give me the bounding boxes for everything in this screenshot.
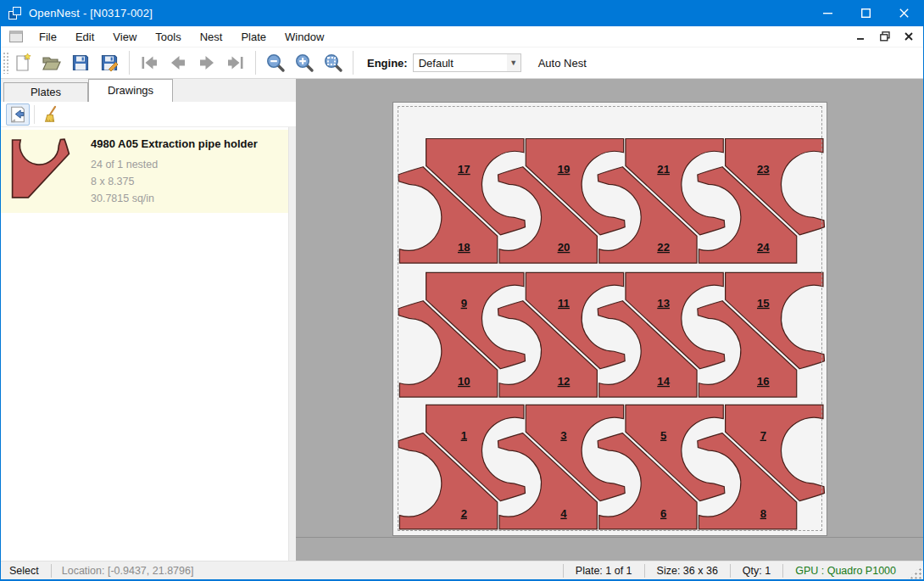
- part-number-label: 11: [558, 297, 570, 310]
- main-toolbar: Engine: Default ▼ Auto Nest: [1, 47, 923, 79]
- import-drawing-icon: [8, 105, 27, 124]
- zoom-out-button[interactable]: [261, 50, 290, 75]
- zoom-in-icon: [294, 53, 314, 73]
- menu-view[interactable]: View: [103, 28, 146, 46]
- drawings-toolbar: [1, 102, 296, 127]
- part-thumbnail: [9, 136, 72, 200]
- status-plate: Plate: 1 of 1: [564, 561, 644, 579]
- previous-plate-button[interactable]: [164, 50, 192, 75]
- menu-file[interactable]: File: [30, 28, 66, 46]
- part-number-label: 2: [461, 507, 467, 520]
- part-number-label: 15: [757, 297, 770, 310]
- tab-plates[interactable]: Plates: [3, 82, 88, 102]
- engine-label: Engine:: [367, 57, 408, 70]
- mdi-restore-button[interactable]: [879, 31, 891, 42]
- part-number-label: 8: [760, 507, 766, 520]
- part-number-label: 17: [458, 163, 470, 176]
- zoom-out-icon: [265, 53, 286, 73]
- part-number-label: 10: [458, 375, 470, 388]
- close-button[interactable]: [885, 0, 923, 26]
- save-edit-icon: [99, 53, 120, 73]
- open-file-button[interactable]: [37, 50, 66, 75]
- menu-nest[interactable]: Nest: [191, 28, 232, 46]
- part-number-label: 1: [461, 429, 467, 442]
- status-size: Size: 36 x 36: [645, 561, 730, 579]
- part-number-label: 3: [560, 429, 566, 442]
- part-number-label: 16: [757, 375, 770, 388]
- drawing-nested-count: 24 of 1 nested: [91, 156, 258, 173]
- last-arrow-icon: [225, 53, 246, 73]
- drawing-dimensions: 8 x 8.375: [91, 173, 258, 190]
- maximize-button[interactable]: [847, 0, 885, 26]
- drawing-area: 30.7815 sq/in: [91, 190, 258, 207]
- drawing-item[interactable]: 4980 A05 Extraction pipe holder 24 of 1 …: [1, 130, 288, 213]
- part-number-label: 19: [558, 163, 571, 176]
- next-arrow-icon: [197, 53, 217, 73]
- plate[interactable]: 171921231820222491113151012141613572468: [392, 102, 827, 536]
- nested-parts-view: 171921231820222491113151012141613572468: [393, 103, 827, 535]
- part-number-label: 20: [558, 241, 571, 254]
- zoom-in-button[interactable]: [290, 50, 319, 75]
- status-gpu: GPU : Quadro P1000: [783, 561, 908, 579]
- drawing-list: 4980 A05 Extraction pipe holder 24 of 1 …: [1, 127, 296, 561]
- drawing-title: 4980 A05 Extraction pipe holder: [91, 137, 258, 150]
- status-mode: Select: [1, 565, 51, 577]
- canvas-divider: [296, 537, 923, 538]
- part-number-label: 7: [760, 429, 766, 442]
- menu-plate[interactable]: Plate: [231, 28, 276, 46]
- new-document-button[interactable]: [8, 50, 37, 75]
- import-drawing-button[interactable]: [6, 103, 30, 126]
- save-icon: [70, 53, 91, 73]
- minimize-button[interactable]: [809, 0, 847, 26]
- part-number-label: 5: [660, 429, 666, 442]
- mdi-close-button[interactable]: [903, 31, 915, 42]
- broom-icon: [42, 105, 60, 124]
- part-number-label: 22: [657, 241, 670, 254]
- app-icon: [8, 7, 22, 20]
- chevron-down-icon: ▼: [507, 54, 520, 71]
- part-number-label: 14: [657, 375, 670, 388]
- title-bar: OpenNest - [N0317-002]: [1, 0, 923, 26]
- menu-tools[interactable]: Tools: [146, 28, 190, 46]
- menu-window[interactable]: Window: [276, 28, 333, 46]
- zoom-extents-icon: [323, 53, 343, 73]
- menu-bar: File Edit View Tools Nest Plate Window: [1, 26, 923, 47]
- part-number-label: 23: [757, 163, 770, 176]
- clean-drawings-button[interactable]: [39, 103, 63, 126]
- auto-nest-button[interactable]: Auto Nest: [533, 54, 592, 72]
- tab-drawings[interactable]: Drawings: [88, 79, 173, 102]
- window-title: OpenNest - [N0317-002]: [29, 7, 153, 20]
- next-plate-button[interactable]: [192, 50, 221, 75]
- save-button[interactable]: [66, 50, 95, 75]
- last-plate-button[interactable]: [221, 50, 250, 75]
- first-arrow-icon: [139, 53, 159, 73]
- part-number-label: 24: [757, 241, 770, 254]
- left-panel: Plates Drawings: [1, 79, 296, 561]
- part-number-label: 12: [558, 375, 571, 388]
- status-qty: Qty: 1: [731, 561, 782, 579]
- engine-value: Default: [419, 57, 454, 70]
- status-location: Location: [-0.9437, 21.8796]: [52, 565, 204, 577]
- engine-select[interactable]: Default ▼: [413, 53, 521, 72]
- toolbar-grip[interactable]: [3, 52, 8, 74]
- first-plate-button[interactable]: [135, 50, 164, 75]
- mdi-minimize-button[interactable]: [855, 31, 867, 42]
- panel-tabs: Plates Drawings: [1, 79, 296, 102]
- part-number-label: 21: [657, 163, 670, 176]
- nest-canvas[interactable]: 171921231820222491113151012141613572468: [296, 79, 923, 561]
- part-number-label: 6: [660, 507, 666, 520]
- zoom-extents-button[interactable]: [319, 50, 348, 75]
- menu-edit[interactable]: Edit: [66, 28, 103, 46]
- part-thumbnail-shape: [13, 139, 70, 198]
- part-number-label: 9: [461, 297, 467, 310]
- document-icon[interactable]: [9, 31, 23, 42]
- part-number-label: 4: [560, 507, 567, 520]
- status-bar: Select Location: [-0.9437, 21.8796] Plat…: [1, 561, 923, 579]
- resize-grip[interactable]: [908, 566, 921, 579]
- save-as-button[interactable]: [95, 50, 124, 75]
- list-scrollbar[interactable]: [288, 127, 296, 561]
- part-number-label: 13: [657, 297, 670, 310]
- part-number-label: 18: [458, 241, 470, 254]
- new-document-icon: [13, 53, 33, 73]
- previous-arrow-icon: [168, 53, 188, 73]
